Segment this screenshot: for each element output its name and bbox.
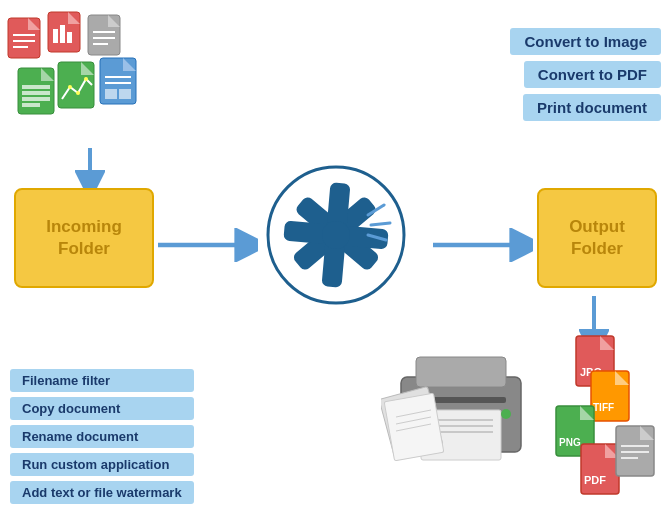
svg-rect-71 xyxy=(581,444,619,494)
output-folder-label: OutputFolder xyxy=(569,216,625,260)
incoming-folder-label: IncomingFolder xyxy=(46,216,122,260)
svg-point-23 xyxy=(68,85,72,89)
bottom-labels-container: Filename filter Copy document Rename doc… xyxy=(10,369,194,504)
svg-point-25 xyxy=(84,77,88,81)
svg-text:PNG: PNG xyxy=(559,437,581,448)
svg-rect-31 xyxy=(119,89,131,99)
svg-point-24 xyxy=(76,91,80,95)
add-watermark-label: Add text or file watermark xyxy=(10,481,194,504)
incoming-files-cluster xyxy=(0,5,200,150)
copy-document-label: Copy document xyxy=(10,397,194,420)
svg-rect-18 xyxy=(22,91,50,95)
svg-rect-7 xyxy=(53,29,58,43)
diagram-container: IncomingFolder xyxy=(0,0,671,532)
svg-rect-20 xyxy=(22,103,40,107)
svg-rect-74 xyxy=(616,426,654,476)
svg-line-43 xyxy=(371,223,390,225)
output-folder[interactable]: OutputFolder xyxy=(537,188,657,288)
arrow-left-to-center xyxy=(158,230,258,260)
top-labels-container: Convert to Image Convert to PDF Print do… xyxy=(510,28,661,121)
print-document-label: Print document xyxy=(523,94,661,121)
svg-rect-19 xyxy=(22,97,50,101)
svg-point-41 xyxy=(322,221,350,249)
svg-rect-0 xyxy=(8,18,40,58)
svg-rect-10 xyxy=(88,15,120,55)
svg-rect-21 xyxy=(58,62,94,108)
filename-filter-label: Filename filter xyxy=(10,369,194,392)
svg-rect-8 xyxy=(60,25,65,43)
convert-to-pdf-label: Convert to PDF xyxy=(524,61,661,88)
svg-text:PDF: PDF xyxy=(584,474,606,486)
svg-rect-50 xyxy=(416,357,506,387)
arrow-down-incoming xyxy=(75,148,105,192)
svg-rect-9 xyxy=(67,32,72,43)
output-files-cluster: JPG TIFF PNG PDF xyxy=(381,322,671,522)
arrow-right-to-output xyxy=(433,230,533,260)
svg-point-55 xyxy=(501,409,511,419)
svg-text:TIFF: TIFF xyxy=(593,402,614,413)
incoming-folder[interactable]: IncomingFolder xyxy=(14,188,154,288)
convert-to-image-label: Convert to Image xyxy=(510,28,661,55)
svg-rect-17 xyxy=(22,85,50,89)
svg-rect-65 xyxy=(591,371,629,421)
run-custom-app-label: Run custom application xyxy=(10,453,194,476)
rename-document-label: Rename document xyxy=(10,425,194,448)
processor-icon xyxy=(256,155,416,315)
svg-rect-30 xyxy=(105,89,117,99)
